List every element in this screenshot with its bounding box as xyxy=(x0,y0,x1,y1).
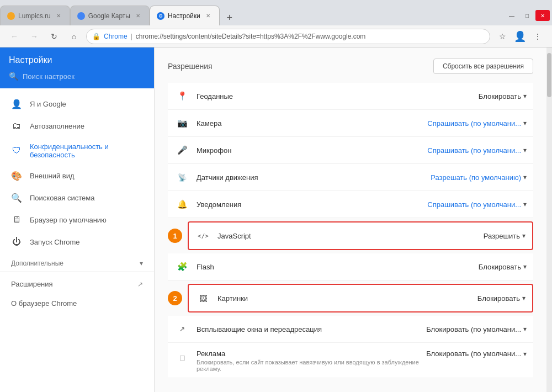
ads-label: Реклама xyxy=(197,349,225,358)
appearance-icon: 🎨 xyxy=(11,170,22,181)
geodata-value: Блокировать xyxy=(479,92,521,100)
sidebar-item-search[interactable]: 🔍 Поисковая система xyxy=(0,187,154,209)
sidebar-item-startup[interactable]: ⏻ Запуск Chrome xyxy=(0,231,154,253)
javascript-row-wrapper: 1 </> JavaScript Разрешить ▾ xyxy=(168,221,533,250)
flash-icon: 🧩 xyxy=(174,259,190,274)
tab-favicon-lumpics xyxy=(7,12,15,20)
window-controls: — □ ✕ xyxy=(505,10,552,25)
geodata-arrow-icon: ▾ xyxy=(523,92,527,100)
flash-value: Блокировать xyxy=(479,263,521,271)
permission-row-flash: 🧩 Flash Блокировать ▾ xyxy=(168,253,533,280)
nav-section-label: Дополнительные xyxy=(11,259,63,267)
badge-1: 1 xyxy=(168,229,182,243)
popups-arrow-icon: ▾ xyxy=(523,325,527,333)
reset-all-permissions-button[interactable]: Сбросить все разрешения xyxy=(433,59,533,74)
maximize-button[interactable]: □ xyxy=(520,10,534,21)
sidebar-item-label-appearance: Внешний вид xyxy=(30,172,75,180)
sidebar-item-autofill[interactable]: 🗂 Автозаполнение xyxy=(0,115,154,137)
javascript-label: JavaScript xyxy=(217,232,484,240)
sidebar-item-privacy[interactable]: 🛡 Конфиденциальность и безопасность xyxy=(0,137,154,165)
camera-value: Спрашивать (по умолчани... xyxy=(427,119,521,128)
geodata-select[interactable]: Блокировать ▾ xyxy=(479,92,527,100)
tab-close-settings[interactable]: ✕ xyxy=(204,12,213,20)
startup-icon: ⏻ xyxy=(11,236,22,247)
sidebar-item-label-privacy: Конфиденциальность и безопасность xyxy=(30,142,143,159)
scrollbar-track[interactable] xyxy=(546,47,552,392)
flash-select[interactable]: Блокировать ▾ xyxy=(479,263,527,271)
ads-select[interactable]: Блокировать (по умолчани... ▾ xyxy=(426,349,527,358)
geodata-icon: 📍 xyxy=(174,88,190,104)
sidebar: Настройки 🔍 👤 Я и Google 🗂 Автозаполнени… xyxy=(0,47,155,392)
minimize-button[interactable]: — xyxy=(505,10,519,21)
camera-icon: 📷 xyxy=(174,115,190,131)
sidebar-item-browser[interactable]: 🖥 Браузер по умолчанию xyxy=(0,209,154,231)
ads-value: Блокировать (по умолчани... xyxy=(426,349,521,358)
close-button[interactable]: ✕ xyxy=(535,10,550,21)
microphone-select[interactable]: Спрашивать (по умолчани... ▾ xyxy=(427,146,527,155)
sidebar-item-appearance[interactable]: 🎨 Внешний вид xyxy=(0,165,154,187)
flash-arrow-icon: ▾ xyxy=(523,263,527,271)
privacy-icon: 🛡 xyxy=(11,145,22,156)
address-bar: ← → ↻ ⌂ 🔒 Chrome | chrome://settings/con… xyxy=(0,25,552,47)
microphone-icon: 🎤 xyxy=(174,142,190,158)
nav-section-advanced[interactable]: Дополнительные ▾ xyxy=(0,253,154,269)
back-button[interactable]: ← xyxy=(7,29,22,44)
url-path: chrome://settings/content/siteDetails?si… xyxy=(136,33,366,40)
motion-label: Датчики движения xyxy=(197,173,431,182)
tab-close-lumpics[interactable]: ✕ xyxy=(54,12,63,20)
images-label: Картинки xyxy=(217,294,477,303)
camera-select[interactable]: Спрашивать (по умолчани... ▾ xyxy=(427,119,527,128)
sidebar-item-about[interactable]: О браузере Chrome xyxy=(0,294,154,313)
sidebar-item-me-google[interactable]: 👤 Я и Google xyxy=(0,93,154,115)
refresh-button[interactable]: ↻ xyxy=(46,29,62,44)
tab-settings[interactable]: ⚙ Настройки ✕ xyxy=(150,6,220,25)
permission-row-microphone: 🎤 Микрофон Спрашивать (по умолчани... ▾ xyxy=(168,137,533,164)
autofill-icon: 🗂 xyxy=(11,120,22,131)
javascript-select[interactable]: Разрешить ▾ xyxy=(484,232,526,240)
tab-close-maps[interactable]: ✕ xyxy=(134,12,142,20)
microphone-arrow-icon: ▾ xyxy=(523,146,527,154)
motion-select[interactable]: Разрешать (по умолчанию) ▾ xyxy=(431,173,527,182)
images-row-wrapper: 2 🖼 Картинки Блокировать ▾ xyxy=(168,284,533,312)
permission-row-notifications: 🔔 Уведомления Спрашивать (по умолчани...… xyxy=(168,191,533,218)
notifications-icon: 🔔 xyxy=(174,197,190,212)
tab-label-lumpics: Lumpics.ru xyxy=(18,12,51,20)
menu-button[interactable]: ⋮ xyxy=(530,29,545,44)
sidebar-item-label-autofill: Автозаполнение xyxy=(30,122,84,130)
url-separator: | xyxy=(131,33,132,40)
scrollbar-thumb[interactable] xyxy=(547,53,551,97)
camera-label: Камера xyxy=(197,119,427,128)
content-area: Разрешения Сбросить все разрешения 📍 Гео… xyxy=(155,47,546,392)
images-select[interactable]: Блокировать ▾ xyxy=(477,294,526,303)
images-value: Блокировать xyxy=(477,294,520,303)
popups-select[interactable]: Блокировать (по умолчани... ▾ xyxy=(426,325,527,333)
tab-favicon-settings: ⚙ xyxy=(157,12,164,20)
flash-label: Flash xyxy=(197,263,479,271)
url-bar[interactable]: 🔒 Chrome | chrome://settings/content/sit… xyxy=(86,29,490,44)
new-tab-button[interactable]: + xyxy=(222,10,237,25)
forward-button[interactable]: → xyxy=(26,29,42,44)
notifications-select[interactable]: Спрашивать (по умолчани... ▾ xyxy=(427,200,527,209)
search-bar: 🔍 xyxy=(9,72,145,81)
tab-favicon-maps xyxy=(77,12,85,20)
sidebar-item-label-startup: Запуск Chrome xyxy=(30,238,80,246)
tab-lumpics[interactable]: Lumpics.ru ✕ xyxy=(0,6,70,25)
geodata-label: Геоданные xyxy=(197,92,479,100)
tab-maps[interactable]: Google Карты ✕ xyxy=(70,6,150,25)
ads-info: Реклама Блокировать, если сайт показывае… xyxy=(197,349,426,372)
sidebar-item-extensions[interactable]: Расширения ↗ xyxy=(0,274,154,294)
notifications-label: Уведомления xyxy=(197,200,427,209)
chrome-label: Chrome xyxy=(104,33,128,40)
me-google-icon: 👤 xyxy=(11,98,22,109)
sidebar-nav: 👤 Я и Google 🗂 Автозаполнение 🛡 Конфиден… xyxy=(0,88,154,392)
search-input[interactable] xyxy=(23,72,145,81)
permission-row-motion: 📡 Датчики движения Разрешать (по умолчан… xyxy=(168,164,533,191)
sidebar-divider xyxy=(0,272,154,272)
browser-icon: 🖥 xyxy=(11,214,22,225)
about-label: О браузере Chrome xyxy=(11,299,77,308)
home-button[interactable]: ⌂ xyxy=(66,29,82,44)
badge-2: 2 xyxy=(168,291,182,305)
bookmark-button[interactable]: ☆ xyxy=(495,29,510,44)
profile-icon[interactable]: 👤 xyxy=(512,29,528,44)
permission-row-images: 🖼 Картинки Блокировать ▾ xyxy=(188,284,533,312)
